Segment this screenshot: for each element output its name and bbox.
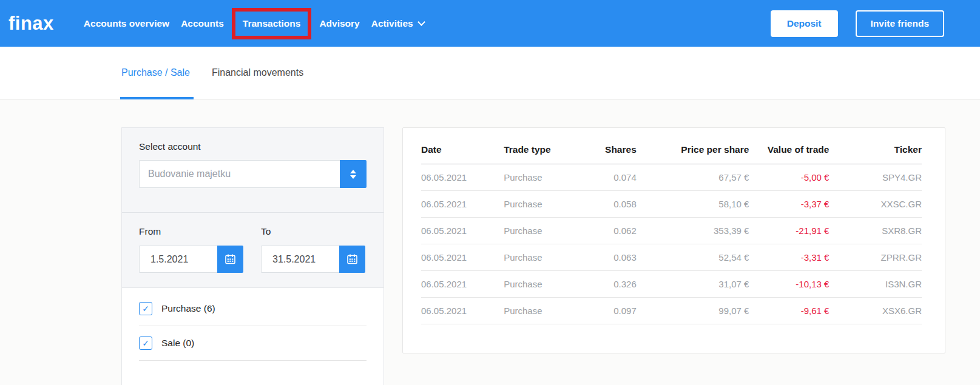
annotation-highlight-box: Transactions [232,8,312,39]
select-account-label: Select account [139,141,367,152]
sale-filter-label: Sale (0) [161,338,194,349]
to-date-input[interactable]: 31.5.2021 [261,246,339,273]
purchase-filter-label: Purchase (6) [161,303,215,314]
column-header-trade-type: Trade type [504,132,576,164]
date-to-column: To 31.5.2021 [261,221,365,273]
from-date-input[interactable]: 1.5.2021 [139,246,217,273]
cell-value-of-trade: -3,37 € [749,191,829,218]
from-label: From [139,226,243,237]
to-label: To [261,226,365,237]
cell-trade-type: Purchase [504,244,576,271]
cell-shares: 0.063 [576,244,637,271]
cell-date: 06.05.2021 [421,191,504,218]
table-header-row: Date Trade type Shares Price per share V… [421,132,922,164]
chevron-down-icon [417,18,425,26]
date-range-section: From 1.5.2021 [122,213,384,287]
transactions-subnav: Purchase / Sale Financial movements [0,47,980,99]
table-row: 06.05.2021 Purchase 0.074 67,57 € -5,00 … [421,164,922,191]
table-row: 06.05.2021 Purchase 0.063 52,54 € -3,31 … [421,244,922,271]
table-row: 06.05.2021 Purchase 0.062 353,39 € -21,9… [421,218,922,244]
top-header: finax Accounts overview Accounts Transac… [0,0,980,47]
check-icon: ✓ [142,338,149,348]
check-icon: ✓ [142,304,149,313]
to-date-group: 31.5.2021 [261,246,365,273]
cell-value-of-trade: -10,13 € [749,271,829,298]
nav-item-transactions[interactable]: Transactions [243,18,301,28]
cell-date: 06.05.2021 [421,271,504,298]
cell-shares: 0.097 [576,298,637,324]
cell-shares: 0.074 [576,164,637,191]
column-header-ticker: Ticker [829,132,922,164]
cell-price-per-share: 31,07 € [637,271,749,298]
column-header-date: Date [421,132,504,164]
invite-friends-button[interactable]: Invite friends [856,10,944,37]
cell-shares: 0.058 [576,191,637,218]
main-content: Select account Budovanie majetku From 1.… [0,99,980,385]
table-row: 06.05.2021 Purchase 0.326 31,07 € -10,13… [421,271,922,298]
cell-ticker: ZPRR.GR [829,244,922,271]
purchase-checkbox[interactable]: ✓ [139,302,152,315]
finax-logo: finax [8,14,54,33]
cell-trade-type: Purchase [504,218,576,244]
nav-item-activities-label: Activities [371,18,413,29]
account-select-toggle-button[interactable] [340,160,367,188]
cell-trade-type: Purchase [504,164,576,191]
column-header-value-of-trade: Value of trade [749,132,829,164]
date-from-column: From 1.5.2021 [139,221,243,273]
trade-type-filter-section: ✓ Purchase (6) ✓ Sale (0) [121,288,384,385]
cell-price-per-share: 67,57 € [637,164,749,191]
from-date-group: 1.5.2021 [139,246,243,273]
cell-ticker: SXR8.GR [829,218,922,244]
filter-panel-gray-area: Select account Budovanie majetku From 1.… [121,127,384,288]
tab-purchase-sale-label: Purchase / Sale [121,67,190,78]
cell-shares: 0.062 [576,218,637,244]
cell-shares: 0.326 [576,271,637,298]
cell-price-per-share: 58,10 € [637,191,749,218]
cell-date: 06.05.2021 [421,244,504,271]
cell-ticker: SPY4.GR [829,164,922,191]
calendar-icon [346,253,359,266]
nav-item-activities[interactable]: Activities [371,18,424,29]
purchase-filter-row[interactable]: ✓ Purchase (6) [139,292,367,326]
transactions-table: Date Trade type Shares Price per share V… [421,132,922,324]
filter-panel: Select account Budovanie majetku From 1.… [121,127,384,385]
deposit-button[interactable]: Deposit [771,10,838,37]
cell-price-per-share: 99,07 € [637,298,749,324]
column-header-price-per-share: Price per share [637,132,749,164]
cell-trade-type: Purchase [504,298,576,324]
tab-financial-movements[interactable]: Financial movements [212,47,303,99]
cell-ticker: XSX6.GR [829,298,922,324]
transactions-table-card: Date Trade type Shares Price per share V… [402,127,945,353]
account-select[interactable]: Budovanie majetku [139,160,367,188]
cell-date: 06.05.2021 [421,298,504,324]
nav-item-accounts[interactable]: Accounts [181,18,224,29]
calendar-icon [224,253,237,266]
tab-financial-movements-label: Financial movements [212,67,303,78]
sort-down-icon [350,175,356,179]
nav-item-accounts-overview[interactable]: Accounts overview [84,18,169,29]
cell-value-of-trade: -5,00 € [749,164,829,191]
account-select-value[interactable]: Budovanie majetku [139,160,340,188]
cell-date: 06.05.2021 [421,218,504,244]
cell-value-of-trade: -3,31 € [749,244,829,271]
cell-trade-type: Purchase [504,191,576,218]
tab-purchase-sale[interactable]: Purchase / Sale [121,47,190,99]
main-navigation: Accounts overview Accounts Transactions … [84,8,424,39]
sale-checkbox[interactable]: ✓ [139,336,152,350]
to-calendar-button[interactable] [339,246,365,273]
cell-ticker: XXSC.GR [829,191,922,218]
account-filter-section: Select account Budovanie majetku [122,128,384,212]
cell-date: 06.05.2021 [421,164,504,191]
sale-filter-row[interactable]: ✓ Sale (0) [139,326,367,361]
table-row: 06.05.2021 Purchase 0.058 58,10 € -3,37 … [421,191,922,218]
from-calendar-button[interactable] [217,246,243,273]
sort-up-icon [350,170,356,173]
cell-value-of-trade: -9,61 € [749,298,829,324]
cell-value-of-trade: -21,91 € [749,218,829,244]
nav-item-advisory[interactable]: Advisory [319,18,359,29]
column-header-shares: Shares [576,132,637,164]
cell-trade-type: Purchase [504,271,576,298]
cell-price-per-share: 52,54 € [637,244,749,271]
cell-price-per-share: 353,39 € [637,218,749,244]
table-row: 06.05.2021 Purchase 0.097 99,07 € -9,61 … [421,298,922,324]
